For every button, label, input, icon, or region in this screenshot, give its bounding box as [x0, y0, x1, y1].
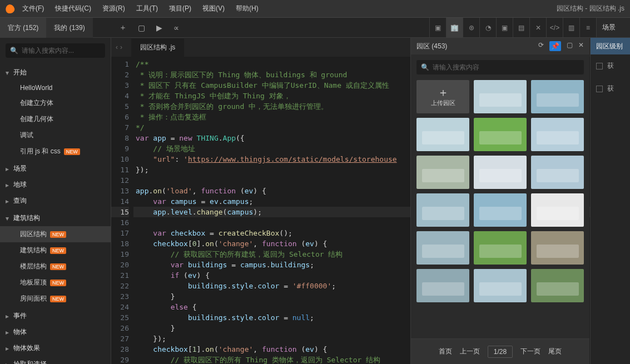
- model-thumb[interactable]: [474, 269, 527, 302]
- page-last[interactable]: 尾页: [548, 347, 562, 356]
- sidebar-search-input[interactable]: [22, 47, 105, 54]
- tree-start[interactable]: ▾ 开始: [0, 64, 111, 81]
- tree-item-debug[interactable]: 调试: [0, 127, 111, 143]
- tree-build[interactable]: ▾ 建筑结构: [0, 210, 111, 226]
- tree-item-floor[interactable]: 楼层结构NEW: [0, 258, 111, 275]
- upload-label: 上传园区: [431, 99, 455, 107]
- tree-item-cube[interactable]: 创建立方体: [0, 95, 111, 111]
- panel-search[interactable]: 🔍: [416, 60, 584, 74]
- tree-item-geo[interactable]: 创建几何体: [0, 111, 111, 127]
- model-thumb[interactable]: [416, 193, 469, 227]
- search-icon: 🔍: [10, 47, 18, 54]
- page-indicator: 1/28: [488, 346, 513, 358]
- model-thumb[interactable]: [531, 193, 584, 227]
- pager: 首页 上一页 1/28 下一页 尾页: [411, 338, 589, 364]
- right-panel-tab[interactable]: 园区级别: [591, 38, 630, 54]
- model-thumb[interactable]: [474, 156, 527, 189]
- menu-snippet[interactable]: 快捷代码(C): [55, 4, 91, 13]
- sidebar: 🔍 ▾ 开始 HelloWorld 创建立方体 创建几何体 调试 引用 js 和…: [0, 38, 111, 364]
- model-thumb[interactable]: [531, 156, 584, 189]
- menu-project[interactable]: 项目(P): [169, 4, 191, 13]
- model-thumb[interactable]: [531, 231, 584, 265]
- tree-item-jscss[interactable]: 引用 js 和 cssNEW: [0, 143, 111, 159]
- globe-icon[interactable]: ⊛: [463, 18, 480, 38]
- checkbox-icon: [596, 63, 603, 69]
- model-grid: ＋上传园区: [411, 80, 589, 338]
- chevron-down-icon: ▾: [6, 215, 13, 222]
- model-thumb[interactable]: [531, 269, 584, 302]
- window-icon[interactable]: ▣: [497, 18, 513, 38]
- file-tab[interactable]: 园区结构 .js: [131, 38, 184, 57]
- tree-item-building[interactable]: 建筑结构NEW: [0, 242, 111, 258]
- checkbox-icon: [596, 86, 603, 92]
- chevron-left-icon[interactable]: ‹: [116, 43, 118, 51]
- save-icon[interactable]: ▢: [138, 23, 145, 32]
- second-toolbar: 官方 (152) 我的 (139) ＋ ▢ ▶ ∝ ▣ 🏢 ⊛ ◔ ▣ ▤ ✕ …: [0, 18, 630, 38]
- model-thumb[interactable]: [531, 118, 584, 151]
- tree-pick[interactable]: ▸拾取和选择: [0, 356, 111, 364]
- tab-official[interactable]: 官方 (152): [0, 18, 46, 38]
- model-thumb[interactable]: [474, 80, 527, 113]
- panel-search-input[interactable]: [433, 63, 579, 71]
- note-icon[interactable]: ▥: [563, 18, 580, 38]
- tree-item-helloworld[interactable]: HelloWorld: [0, 81, 111, 95]
- menu-resource[interactable]: 资源(R): [102, 4, 125, 13]
- share-icon[interactable]: ∝: [173, 23, 179, 32]
- tree-item-campus[interactable]: 园区结构NEW: [0, 226, 111, 242]
- tree-object[interactable]: ▸物体: [0, 324, 111, 340]
- code-icon[interactable]: </>: [547, 18, 563, 38]
- right-check-1[interactable]: 获: [591, 77, 630, 100]
- tree-effect[interactable]: ▸物体效果: [0, 340, 111, 356]
- page-next[interactable]: 下一页: [520, 347, 540, 356]
- model-thumb[interactable]: [416, 118, 469, 151]
- menu-tool[interactable]: 工具(T): [136, 4, 158, 13]
- refresh-icon[interactable]: ⟳: [538, 41, 544, 51]
- app-logo-icon: [4, 3, 16, 14]
- sidebar-search[interactable]: 🔍: [6, 43, 105, 58]
- main-menu: 文件(F) 快捷代码(C) 资源(R) 工具(T) 项目(P) 视图(V) 帮助…: [22, 4, 259, 13]
- add-icon[interactable]: ＋: [119, 23, 127, 33]
- topbar: 文件(F) 快捷代码(C) 资源(R) 工具(T) 项目(P) 视图(V) 帮助…: [0, 0, 630, 18]
- right-panel: 园区级别 获 获: [590, 38, 630, 364]
- tree-event[interactable]: ▸事件: [0, 308, 111, 324]
- model-thumb[interactable]: [474, 118, 527, 151]
- model-thumb[interactable]: [474, 231, 527, 265]
- run-icon[interactable]: ▶: [156, 23, 162, 32]
- upload-tile[interactable]: ＋上传园区: [416, 80, 469, 113]
- tree-query[interactable]: ▸查询: [0, 193, 111, 209]
- right-check-0[interactable]: 获: [591, 54, 630, 77]
- pin-icon[interactable]: 📌: [549, 41, 561, 51]
- menu-help[interactable]: 帮助(H): [236, 4, 259, 13]
- tab-mine[interactable]: 我的 (139): [46, 18, 92, 38]
- cube-icon[interactable]: ▣: [430, 18, 447, 38]
- clock-icon[interactable]: ◔: [480, 18, 497, 38]
- panel-title: 园区 (453): [416, 42, 447, 51]
- model-thumb[interactable]: [474, 193, 527, 227]
- building-icon[interactable]: 🏢: [447, 18, 463, 38]
- right-icon-bar: ▣ 🏢 ⊛ ◔ ▣ ▤ ✕ </> ▥ ≡: [429, 18, 597, 37]
- shuffle-icon[interactable]: ✕: [530, 18, 547, 38]
- page-first[interactable]: 首页: [439, 347, 452, 356]
- image-icon[interactable]: ▤: [513, 18, 530, 38]
- chevron-right-icon[interactable]: ›: [120, 43, 122, 51]
- search-icon: 🔍: [421, 63, 429, 71]
- tab-scene[interactable]: 场景: [597, 18, 630, 37]
- tree-start-label: 开始: [13, 68, 27, 77]
- tree-earth[interactable]: ▸地球: [0, 177, 111, 193]
- plus-icon: ＋: [438, 87, 449, 98]
- menu-view[interactable]: 视图(V): [202, 4, 225, 13]
- tree-item-roof[interactable]: 地板屋顶NEW: [0, 275, 111, 291]
- menu-file[interactable]: 文件(F): [22, 4, 44, 13]
- model-panel: 园区 (453) ⟳ 📌 ▢ ✕ 🔍 ＋上传园区 首页 上一页 1/28 下一页…: [410, 38, 589, 364]
- model-thumb[interactable]: [416, 231, 469, 265]
- page-prev[interactable]: 上一页: [460, 347, 480, 356]
- model-thumb[interactable]: [416, 269, 469, 302]
- model-thumb[interactable]: [531, 80, 584, 113]
- layers-icon[interactable]: ≡: [580, 18, 597, 38]
- maximize-icon[interactable]: ▢: [567, 41, 573, 51]
- window-title: 园区结构 - 园区结构 .js: [557, 4, 624, 13]
- close-icon[interactable]: ✕: [578, 41, 584, 51]
- tree-item-room[interactable]: 房间面积NEW: [0, 291, 111, 307]
- model-thumb[interactable]: [416, 156, 469, 189]
- tree-scene[interactable]: ▸场景: [0, 161, 111, 177]
